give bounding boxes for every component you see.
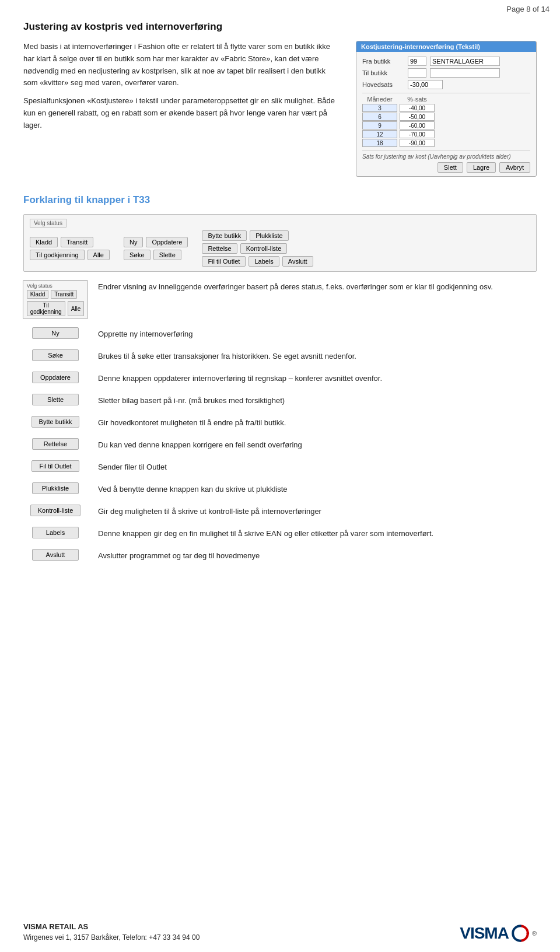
ny-button-bar[interactable]: Ny: [124, 237, 143, 247]
alle-button[interactable]: Alle: [88, 250, 110, 260]
explain-row: Søke Brukes til å søke etter transaksjon…: [23, 349, 537, 366]
footer: VISMA RETAIL AS Wirgenes vei 1, 3157 Bar…: [23, 921, 537, 943]
dialog-title: Kostjustering-internoverføring (Tekstil): [356, 41, 536, 52]
slette-button-bar[interactable]: Slette: [153, 250, 181, 260]
explain-row: Avslutt Avslutter programmet og tar deg …: [23, 549, 537, 565]
explain-btn-ny[interactable]: Ny: [32, 327, 79, 339]
explain-text: Gir hovedkontoret muligheten til å endre…: [98, 416, 537, 429]
maaneder-cell: 6: [362, 113, 397, 121]
svg-point-0: [526, 932, 529, 935]
explain-btn-rettelse[interactable]: Rettelse: [32, 438, 79, 450]
kontroll-liste-button-bar[interactable]: Kontroll-liste: [240, 243, 288, 254]
explain-btn-avslutt[interactable]: Avslutt: [32, 549, 79, 561]
explain-btn-oppdatere[interactable]: Oppdatere: [32, 372, 79, 383]
explain-btn-fil-til-outlet[interactable]: Fil til Outlet: [32, 460, 79, 472]
dialog-table-row: 3 -40,00: [362, 104, 530, 112]
visma-logo-text: VISMA: [460, 924, 509, 943]
status-left-row2: Til godkjenning Alle: [30, 250, 110, 260]
mini-til-godkjenning[interactable]: Til godkjenning: [27, 301, 65, 316]
explain-btn-col: Fil til Outlet: [23, 460, 88, 472]
company-address: Wirgenes vei 1, 3157 Barkåker, Telefon: …: [23, 932, 200, 943]
oppdatere-button-bar[interactable]: Oppdatere: [146, 237, 188, 247]
explain-row: Plukkliste Ved å benytte denne knappen k…: [23, 482, 537, 499]
status-mid-row2: Søke Slette: [124, 250, 188, 260]
maaneder-header: Måneder: [362, 96, 397, 103]
dialog-divider-1: [362, 93, 530, 93]
explain-btn-slette[interactable]: Slette: [32, 394, 79, 405]
status-right-row2: Rettelse Kontroll-liste: [202, 243, 313, 254]
dialog-buttons: Slett Lagre Avbryt: [362, 162, 530, 173]
mini-row-2: Til godkjenning Alle: [27, 301, 85, 316]
fra-butikk-row: Fra butikk: [362, 57, 530, 66]
explain-row: Labels Denne knappen gir deg en fin muli…: [23, 527, 537, 543]
fil-til-outlet-button-bar[interactable]: Fil til Outlet: [202, 256, 246, 267]
status-mid-row1: Ny Oppdatere: [124, 237, 188, 247]
dialog-table-row: 9 -60,00: [362, 121, 530, 130]
dialog-table-row: 12 -70,00: [362, 130, 530, 138]
labels-button-bar[interactable]: Labels: [249, 256, 279, 267]
explain-btn-plukkliste[interactable]: Plukkliste: [32, 482, 79, 494]
hovedsats-label: Hovedsats: [362, 81, 404, 88]
explain-btn-col: Ny: [23, 327, 88, 339]
fra-butikk-label: Fra butikk: [362, 58, 404, 65]
sats-cell: -50,00: [400, 113, 435, 121]
rettelse-button-bar[interactable]: Rettelse: [202, 243, 237, 254]
lagre-button[interactable]: Lagre: [467, 162, 496, 173]
explain-row: Rettelse Du kan ved denne knappen korrig…: [23, 438, 537, 454]
kladd-button[interactable]: Kladd: [30, 237, 58, 247]
soke-button-bar[interactable]: Søke: [124, 250, 150, 260]
dialog-table-row: 18 -90,00: [362, 139, 530, 147]
explain-text: Du kan ved denne knappen korrigere en fe…: [98, 438, 537, 451]
explain-btn-søke[interactable]: Søke: [32, 349, 79, 361]
intro-paragraph-2: Spesialfunksjonen «Kostjustere» i teksti…: [23, 95, 342, 131]
velg-status-explain-row: Velg status Kladd Transitt Til godkjenni…: [23, 280, 537, 319]
fra-butikk-input[interactable]: [408, 57, 426, 66]
explain-btn-labels[interactable]: Labels: [32, 527, 79, 538]
status-btn-group-left: Kladd Transitt Til godkjenning Alle: [30, 237, 110, 260]
explain-btn-kontroll-liste[interactable]: Kontroll-liste: [30, 505, 81, 516]
top-section: Med basis i at internoverføringer i Fash…: [23, 41, 537, 177]
page-number: Page 8 of 14: [506, 5, 550, 13]
slett-button[interactable]: Slett: [438, 162, 463, 173]
visma-logo: VISMA ®: [460, 924, 537, 943]
explain-btn-bytte-butikk[interactable]: Bytte butikk: [32, 416, 80, 428]
main-title: Justering av kostpris ved internoverføri…: [23, 21, 537, 33]
explain-btn-col: Bytte butikk: [23, 416, 88, 428]
registered-mark: ®: [532, 930, 537, 937]
mini-alle[interactable]: Alle: [68, 301, 85, 316]
sats-cell: -90,00: [400, 139, 435, 147]
velg-status-explain-text: Endrer visning av inneliggende overførin…: [98, 280, 537, 293]
plukkliste-button-bar[interactable]: Plukkliste: [250, 230, 288, 241]
kostjustering-dialog: Kostjustering-internoverføring (Tekstil)…: [356, 41, 537, 177]
fra-butikk-name-input[interactable]: [430, 57, 500, 66]
explain-section: Ny Opprette ny internoverføring Søke Bru…: [23, 327, 537, 565]
footer-left: VISMA RETAIL AS Wirgenes vei 1, 3157 Bar…: [23, 921, 200, 943]
transitt-button[interactable]: Transitt: [61, 237, 93, 247]
mini-kladd[interactable]: Kladd: [27, 290, 49, 299]
til-godkjenning-button[interactable]: Til godkjenning: [30, 250, 85, 260]
avbryt-button[interactable]: Avbryt: [499, 162, 530, 173]
hovedsats-input[interactable]: [408, 80, 443, 89]
status-right-row3: Fil til Outlet Labels Avslutt: [202, 256, 313, 267]
prosent-header: %-sats: [400, 96, 435, 103]
til-butikk-input[interactable]: [408, 68, 426, 78]
explain-text: Ved å benytte denne knappen kan du skriv…: [98, 482, 537, 495]
status-right-row1: Bytte butikk Plukkliste: [202, 230, 313, 241]
explain-btn-col: Plukkliste: [23, 482, 88, 494]
mini-transitt[interactable]: Transitt: [51, 290, 77, 299]
explain-text: Avslutter programmet og tar deg til hove…: [98, 549, 537, 562]
bytte-butikk-button-bar[interactable]: Bytte butikk: [202, 230, 247, 241]
status-bar-screenshot: Velg status Kladd Transitt Til godkjenni…: [23, 214, 537, 272]
explain-btn-col: Labels: [23, 527, 88, 538]
explain-text: Sletter bilag basert på i-nr. (må brukes…: [98, 394, 537, 407]
avslutt-button-bar[interactable]: Avslutt: [282, 256, 313, 267]
explain-btn-col: Slette: [23, 394, 88, 405]
sats-cell: -70,00: [400, 130, 435, 138]
til-butikk-name-input[interactable]: [430, 68, 500, 78]
til-butikk-row: Til butikk: [362, 68, 530, 78]
explain-text: Gir deg muligheten til å skrive ut kontr…: [98, 505, 537, 517]
explain-btn-col: Oppdatere: [23, 372, 88, 383]
intro-text-block: Med basis i at internoverføringer i Fash…: [23, 41, 342, 177]
company-name: VISMA RETAIL AS: [23, 921, 200, 933]
dialog-note: Sats for justering av kost (Uavhengig av…: [362, 153, 530, 160]
